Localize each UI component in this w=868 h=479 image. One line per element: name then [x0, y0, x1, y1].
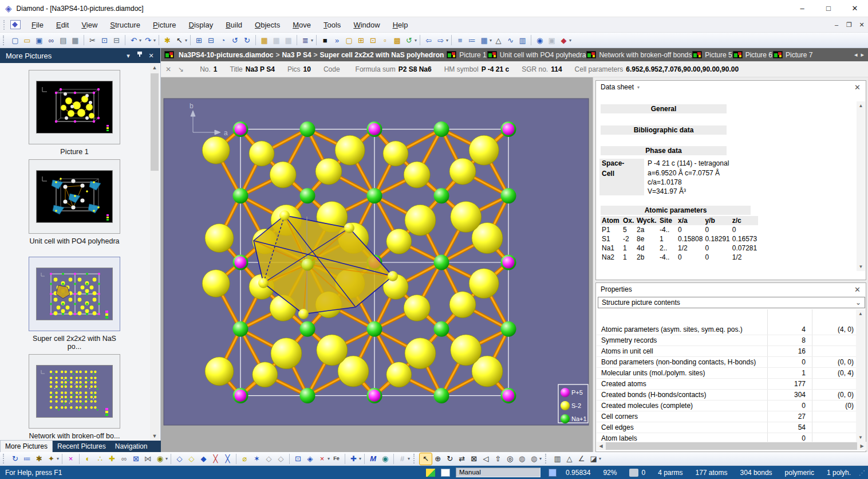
- sulfur-atom[interactable]: [202, 270, 230, 297]
- destroy-atoms-icon[interactable]: ×: [65, 453, 77, 465]
- sulfur-atom[interactable]: [205, 357, 234, 386]
- menu-display[interactable]: Display: [183, 19, 220, 31]
- pin-icon[interactable]: [134, 52, 145, 60]
- dropdown-caret-icon[interactable]: ▾: [569, 38, 571, 43]
- menu-structure[interactable]: Structure: [104, 19, 147, 31]
- menu-objects[interactable]: Objects: [248, 19, 286, 31]
- dropdown-caret-icon[interactable]: ▾: [599, 456, 601, 461]
- rebuild-icon[interactable]: ↻: [9, 453, 21, 465]
- sulfur-atom[interactable]: [335, 135, 365, 165]
- dropdown-caret-icon[interactable]: ▾: [165, 456, 168, 461]
- properties-hscrollbar[interactable]: ◀ ▶: [597, 442, 866, 450]
- measure-plane-icon[interactable]: ◪: [587, 453, 599, 465]
- fill-cell-icon[interactable]: ⊠: [130, 453, 142, 465]
- import-picture-icon[interactable]: ⇦: [423, 34, 435, 46]
- paste-table-icon[interactable]: ▦: [282, 34, 294, 46]
- menu-move[interactable]: Move: [286, 19, 317, 31]
- distance-plot-icon[interactable]: △: [492, 34, 504, 46]
- menu-build[interactable]: Build: [219, 19, 248, 31]
- phosphorus-atom[interactable]: [235, 123, 247, 135]
- thumbnail-4[interactable]: Network with broken-off bo...: [29, 354, 120, 440]
- connect-atoms-icon[interactable]: ∞: [118, 453, 130, 465]
- grid-faint-icon[interactable]: #: [396, 453, 408, 465]
- phosphorus-atom[interactable]: [235, 390, 247, 402]
- resize-grip[interactable]: ⋰: [859, 468, 867, 477]
- properties-vscrollbar[interactable]: ▲ ▼: [856, 309, 865, 442]
- menu-edit[interactable]: Edit: [50, 19, 75, 31]
- sodium-atom[interactable]: [233, 321, 248, 337]
- scrollbar-thumb[interactable]: [151, 73, 159, 171]
- property-row[interactable]: Atom labels0: [597, 433, 857, 442]
- sulfur-atom[interactable]: [386, 229, 412, 254]
- properties-selector-dropdown[interactable]: Structure picture contents ⌄: [598, 297, 865, 308]
- menu-tools[interactable]: Tools: [317, 19, 347, 31]
- hexagon-open-2-icon[interactable]: ◇: [275, 453, 287, 465]
- translate-mode-icon[interactable]: ⇄: [456, 453, 468, 465]
- sulfur-atom[interactable]: [383, 141, 408, 166]
- edit-list-icon[interactable]: ≔: [21, 453, 33, 465]
- build-hammer-icon[interactable]: ✦: [45, 453, 57, 465]
- properties-close-icon[interactable]: ✕: [853, 285, 862, 294]
- sulfur-atom[interactable]: [249, 141, 274, 166]
- scroll-up-icon[interactable]: ▲: [856, 309, 865, 318]
- powder-pattern-icon[interactable]: ∿: [504, 34, 516, 46]
- document-view-icon[interactable]: ≡: [454, 34, 466, 46]
- sulfur-atom[interactable]: [270, 162, 296, 188]
- measure-angle-icon[interactable]: △: [563, 453, 575, 465]
- toolbar-grip[interactable]: [3, 36, 6, 45]
- pan-view-icon[interactable]: ✚: [348, 453, 360, 465]
- picture-small-icon[interactable]: ▫: [379, 34, 391, 46]
- sodium-atom[interactable]: [300, 121, 315, 137]
- scroll-left-icon[interactable]: ◀: [597, 443, 605, 449]
- picture-set-icon[interactable]: ▩: [391, 34, 403, 46]
- pointer-select-icon[interactable]: ↖: [420, 453, 432, 465]
- breadcrumb-phase[interactable]: Na3 P S4: [282, 51, 311, 59]
- sidebar-tab-recent-pictures[interactable]: Recent Pictures: [53, 441, 111, 452]
- scroll-up-icon[interactable]: ▲: [150, 63, 159, 72]
- new-document-icon[interactable]: ▢: [9, 34, 21, 46]
- save-icon[interactable]: ▣: [33, 34, 45, 46]
- select-pointer-icon[interactable]: ↖: [173, 34, 186, 46]
- lattice-cross-blue-icon[interactable]: ╳: [222, 453, 234, 465]
- scroll-right-icon[interactable]: ▶: [858, 443, 866, 449]
- move-atoms-icon[interactable]: ⊕: [432, 453, 444, 465]
- property-row[interactable]: Cell corners27: [597, 411, 857, 422]
- filter-atoms-icon[interactable]: ◐: [82, 453, 94, 465]
- dropdown-caret-icon[interactable]: ▾: [539, 456, 542, 461]
- print-icon[interactable]: ▦: [69, 34, 81, 46]
- wizard-icon[interactable]: ✱: [33, 453, 45, 465]
- data-sheet-close-icon[interactable]: ✕: [853, 83, 862, 92]
- delete-red-icon[interactable]: ×: [316, 453, 328, 465]
- atomic-row-na2[interactable]: Na212b-4..001/2: [601, 253, 758, 262]
- polyhedron-filled-icon[interactable]: ◆: [198, 453, 210, 465]
- thumbnail-image[interactable]: [29, 159, 120, 234]
- sulfur-atom[interactable]: [205, 224, 234, 253]
- duplicate-picture-icon[interactable]: ⊡: [367, 34, 379, 46]
- export-picture-icon[interactable]: ⇨: [435, 34, 447, 46]
- sulfur-atom[interactable]: [202, 136, 230, 164]
- sodium-atom[interactable]: [233, 188, 248, 203]
- picture-tab-3[interactable]: Network with broken-off bonds: [586, 51, 692, 59]
- property-row[interactable]: Atomic parameters (asym. sites, sym.eq. …: [597, 324, 857, 335]
- rhombohedron-icon[interactable]: ◈: [304, 453, 316, 465]
- scroll-down-icon[interactable]: ▼: [856, 433, 865, 442]
- dropdown-caret-icon[interactable]: ▾: [359, 456, 361, 461]
- menu-help[interactable]: Help: [386, 19, 415, 31]
- structure-canvas[interactable]: baP+5S-2Na+1: [161, 77, 593, 452]
- polyhedron-yellow-icon[interactable]: ◇: [186, 453, 198, 465]
- phosphorus-atom[interactable]: [503, 390, 515, 402]
- navigation-tree-icon[interactable]: ⊞: [193, 34, 205, 46]
- perspective-mode-icon[interactable]: ◁: [480, 453, 492, 465]
- sulfur-atom[interactable]: [449, 292, 476, 318]
- dropdown-caret-icon[interactable]: ▾: [490, 38, 492, 43]
- dropdown-caret-icon[interactable]: ▾: [408, 456, 410, 461]
- continue-arrows-icon[interactable]: »: [331, 34, 343, 46]
- dropdown-caret-icon[interactable]: ▾: [185, 38, 187, 43]
- sulfur-atom[interactable]: [451, 202, 482, 233]
- sodium-atom[interactable]: [501, 188, 516, 203]
- paste-icon[interactable]: ⊟: [111, 34, 123, 46]
- add-atoms-icon[interactable]: ∴: [94, 453, 106, 465]
- unit-cell-cube-icon[interactable]: ⊡: [292, 453, 304, 465]
- thumbnail-image[interactable]: [29, 257, 120, 331]
- picture-tab-4[interactable]: Picture 5: [692, 51, 732, 59]
